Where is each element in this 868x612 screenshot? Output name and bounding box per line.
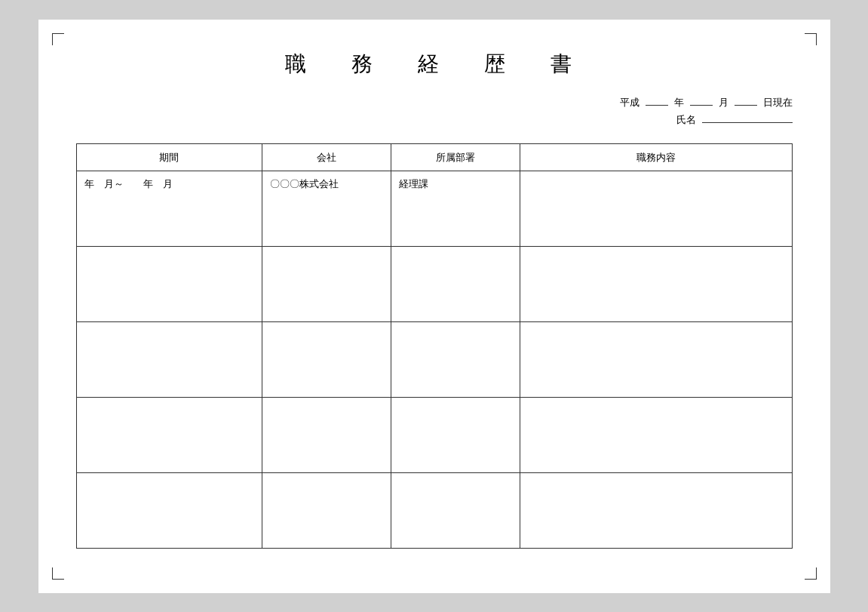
duties-cell-3	[520, 398, 792, 473]
name-row: 氏名	[676, 111, 793, 128]
day-blank	[735, 105, 757, 106]
heisei-label: 平成	[620, 94, 639, 111]
duties-cell-4	[520, 473, 792, 549]
table-row	[76, 247, 792, 322]
year-blank	[646, 105, 668, 106]
table-header-row: 期間 会社 所属部署 職務内容	[76, 144, 792, 171]
career-table: 期間 会社 所属部署 職務内容 年 月～ 年 月 〇〇〇株式会社 経理課	[76, 143, 793, 549]
day-label: 日現在	[763, 94, 793, 111]
company-cell-2	[262, 322, 391, 398]
company-cell-1	[262, 247, 391, 322]
name-blank	[702, 122, 793, 123]
corner-bl	[52, 567, 64, 580]
dept-cell-1	[391, 247, 520, 322]
date-row: 平成 年 月 日現在	[620, 94, 793, 111]
period-cell-2	[76, 322, 262, 398]
corner-tr	[805, 33, 817, 45]
dept-cell-3	[391, 398, 520, 473]
meta-info: 平成 年 月 日現在 氏名	[76, 94, 793, 129]
month-blank	[690, 105, 713, 106]
header-company: 会社	[262, 144, 391, 171]
table-row: 年 月～ 年 月 〇〇〇株式会社 経理課	[76, 171, 792, 247]
table-row	[76, 322, 792, 398]
table-row	[76, 398, 792, 473]
header-dept: 所属部署	[391, 144, 520, 171]
header-period: 期間	[76, 144, 262, 171]
company-cell-3	[262, 398, 391, 473]
header-duties: 職務内容	[520, 144, 792, 171]
dept-cell-2	[391, 322, 520, 398]
corner-tl	[52, 33, 64, 45]
duties-cell-2	[520, 322, 792, 398]
dept-cell-4	[391, 473, 520, 549]
month-label: 月	[719, 94, 728, 111]
period-cell-0: 年 月～ 年 月	[76, 171, 262, 247]
company-cell-0: 〇〇〇株式会社	[262, 171, 391, 247]
duties-cell-0	[520, 171, 792, 247]
corner-br	[805, 567, 817, 580]
dept-cell-0: 経理課	[391, 171, 520, 247]
year-label: 年	[674, 94, 684, 111]
period-cell-1	[76, 247, 262, 322]
period-cell-4	[76, 473, 262, 549]
duties-cell-1	[520, 247, 792, 322]
table-row	[76, 473, 792, 549]
period-cell-3	[76, 398, 262, 473]
company-cell-4	[262, 473, 391, 549]
document-page: 職 務 経 歴 書 平成 年 月 日現在 氏名 期間 会社 所属部署 職務内容	[38, 20, 830, 593]
document-title: 職 務 経 歴 書	[76, 50, 793, 78]
name-label: 氏名	[676, 111, 696, 128]
